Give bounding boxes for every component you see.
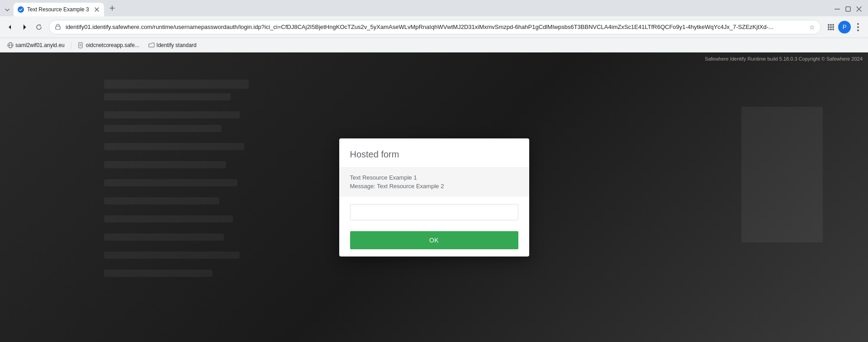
svg-point-7 (828, 26, 830, 28)
modal-text-input[interactable] (350, 204, 518, 220)
bookmark-label-saml: saml2wif01.anyid.eu (15, 42, 65, 48)
svg-point-6 (832, 24, 834, 26)
bookmarks-bar: saml2wif01.anyid.eu oidcnetcoreapp.safe.… (0, 38, 868, 52)
address-input[interactable]: identify01.identify.safewhere.com/runtim… (49, 20, 821, 34)
minimize-button[interactable] (834, 5, 841, 13)
svg-point-8 (830, 26, 832, 28)
svg-rect-16 (79, 43, 82, 48)
svg-rect-2 (846, 7, 850, 11)
modal-form-section (339, 197, 529, 228)
address-bar: identify01.identify.safewhere.com/runtim… (0, 16, 868, 38)
modal-overlay: Hosted form Text Resource Example 1 Mess… (0, 52, 868, 342)
new-tab-button[interactable] (106, 2, 119, 14)
svg-point-9 (832, 26, 834, 28)
back-button[interactable] (4, 21, 16, 33)
restore-button[interactable] (844, 5, 852, 13)
forward-button[interactable] (18, 21, 31, 33)
profile-avatar[interactable]: P (838, 21, 851, 33)
toolbar-icons: P (825, 21, 864, 33)
svg-rect-1 (835, 9, 840, 10)
svg-point-5 (830, 24, 832, 26)
globe-icon (7, 42, 14, 48)
bookmark-label-oidc: oidcnetcoreapp.safe... (86, 42, 139, 48)
refresh-button[interactable] (33, 21, 45, 33)
bookmark-item-identify[interactable]: Identify standard (145, 40, 200, 50)
bookmark-separator (71, 42, 71, 49)
modal-info-section: Text Resource Example 1 Message: Text Re… (339, 167, 529, 197)
svg-point-4 (828, 24, 830, 26)
url-text: identify01.identify.safewhere.com/runtim… (66, 24, 806, 30)
bookmark-item-oidc[interactable]: oidcnetcoreapp.safe... (74, 40, 143, 50)
hosted-form-modal: Hosted form Text Resource Example 1 Mess… (339, 138, 529, 256)
svg-point-12 (832, 28, 834, 30)
ok-button[interactable]: OK (350, 231, 518, 249)
svg-point-11 (830, 28, 832, 30)
window-controls (828, 5, 868, 16)
bookmark-item-saml[interactable]: saml2wif01.anyid.eu (4, 40, 68, 50)
expand-icon[interactable] (4, 6, 11, 14)
tab-close-button[interactable] (93, 6, 100, 13)
bookmark-star[interactable]: ☆ (809, 24, 815, 31)
three-dots (857, 23, 859, 31)
browser-frame: Text Resource Example 3 (0, 0, 868, 342)
tab-title: Text Resource Example 3 (27, 6, 90, 13)
more-options-icon[interactable] (852, 21, 864, 33)
tab-controls-left (4, 6, 11, 16)
modal-footer: OK (339, 228, 529, 256)
lock-icon (55, 24, 62, 31)
modal-header: Hosted form (339, 138, 529, 167)
tab-favicon (17, 6, 24, 13)
svg-rect-3 (56, 26, 60, 29)
active-tab[interactable]: Text Resource Example 3 (14, 3, 104, 16)
close-window-button[interactable] (855, 5, 863, 13)
modal-title: Hosted form (350, 149, 518, 160)
svg-point-0 (18, 6, 24, 13)
svg-point-10 (828, 28, 830, 30)
bookmark-label-identify: Identify standard (157, 42, 197, 48)
page-icon (78, 42, 84, 48)
folder-icon (148, 42, 155, 48)
apps-icon[interactable] (825, 21, 837, 33)
modal-message-text: Message: Text Resource Example 2 (350, 183, 518, 190)
modal-label-text: Text Resource Example 1 (350, 174, 518, 181)
tab-bar: Text Resource Example 3 (0, 0, 868, 16)
page-content: Safewhere Identify Runtime build 5.18.0.… (0, 52, 868, 342)
